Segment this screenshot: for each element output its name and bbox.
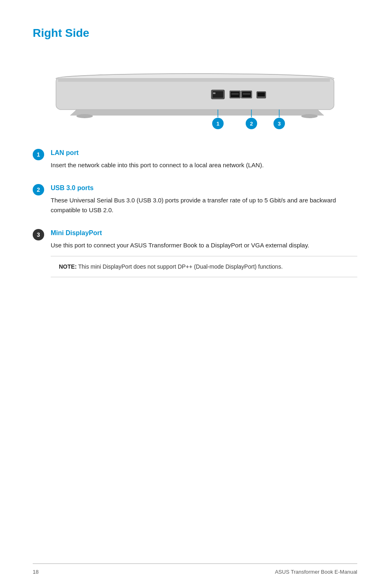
- note-label: NOTE:: [59, 263, 77, 270]
- page-title: Right Side: [33, 25, 357, 42]
- svg-rect-8: [231, 93, 239, 95]
- footer-manual-name: ASUS Transformer Book E-Manual: [275, 568, 357, 576]
- item-badge-1: 1: [33, 148, 44, 160]
- laptop-illustration: 1 2 3: [33, 58, 357, 132]
- item-title-3: Mini DisplayPort: [51, 228, 357, 238]
- note-box: NOTE: This mini DisplayPort does not sup…: [51, 256, 357, 277]
- laptop-side-view-svg: 1 2 3: [52, 58, 338, 132]
- item-block-3: 3 Mini DisplayPort Use this port to conn…: [33, 228, 357, 277]
- item-content-2: USB 3.0 ports These Universal Serial Bus…: [51, 183, 357, 215]
- item-block-2: 2 USB 3.0 ports These Universal Serial B…: [33, 183, 357, 215]
- svg-point-1: [76, 114, 93, 118]
- item-title-1: LAN port: [51, 148, 357, 158]
- svg-point-2: [301, 114, 318, 118]
- badge-1: 1: [33, 149, 44, 160]
- item-content-1: LAN port Insert the network cable into t…: [51, 148, 357, 170]
- item-desc-2: These Universal Serial Bus 3.0 (USB 3.0)…: [51, 195, 357, 215]
- item-block-1: 1 LAN port Insert the network cable into…: [33, 148, 357, 170]
- note-text: This mini DisplayPort does not support D…: [78, 263, 282, 270]
- item-content-3: Mini DisplayPort Use this port to connec…: [51, 228, 357, 277]
- svg-rect-4: [213, 91, 223, 98]
- item-badge-2: 2: [33, 183, 44, 195]
- svg-text:2: 2: [250, 121, 253, 127]
- svg-rect-5: [213, 92, 215, 94]
- svg-rect-13: [258, 92, 265, 97]
- svg-text:1: 1: [216, 121, 219, 127]
- item-title-2: USB 3.0 ports: [51, 183, 357, 193]
- badge-2: 2: [33, 184, 44, 195]
- svg-text:3: 3: [278, 121, 280, 127]
- item-badge-3: 3: [33, 228, 44, 240]
- item-desc-1: Insert the network cable into this port …: [51, 160, 357, 170]
- footer-page-number: 18: [33, 568, 38, 576]
- item-desc-3: Use this port to connect your ASUS Trans…: [51, 240, 357, 250]
- badge-3: 3: [33, 229, 44, 240]
- items-section: 1 LAN port Insert the network cable into…: [33, 148, 357, 277]
- page-footer: 18 ASUS Transformer Book E-Manual: [33, 563, 357, 576]
- svg-rect-11: [243, 93, 250, 95]
